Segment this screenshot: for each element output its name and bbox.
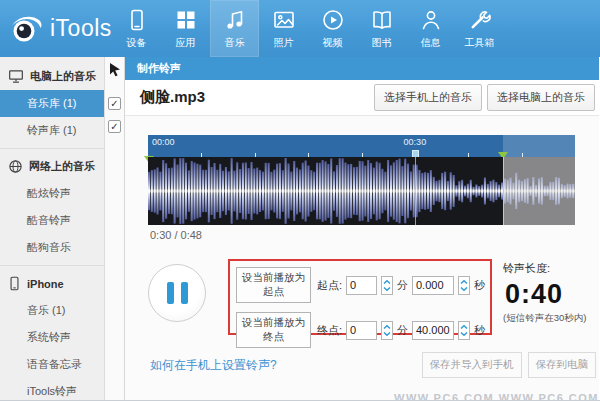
end-sec-spinner[interactable] xyxy=(458,321,470,340)
start-label: 起点: xyxy=(317,278,342,293)
sidebar-section-pc-music: 电脑上的音乐音乐库 (1)铃声库 (1) xyxy=(0,59,104,144)
minute-unit: 分 xyxy=(397,323,408,338)
minute-unit: 分 xyxy=(397,278,408,293)
start-sec-input[interactable] xyxy=(412,276,454,295)
ringtone-length-value: 0:40 xyxy=(505,279,598,310)
save-to-phone-button[interactable]: 保存并导入到手机 xyxy=(422,352,522,378)
help-link[interactable]: 如何在手机上设置铃声? xyxy=(150,357,277,374)
apps-icon xyxy=(174,7,198,33)
video-icon xyxy=(321,7,345,33)
waveform-plot[interactable] xyxy=(148,157,575,225)
nav-item-info[interactable]: 信息 xyxy=(406,0,455,57)
waveform-timeline[interactable]: 00:00 00:30 xyxy=(148,135,575,157)
sidebar-section-web-music: 网络上的音乐酷炫铃声酷音铃声酷狗音乐 xyxy=(0,148,104,261)
sidebar-header-pc-music[interactable]: 电脑上的音乐 xyxy=(0,63,104,90)
sidebar-item-ringtone-lib[interactable]: 铃声库 (1) xyxy=(0,117,104,144)
ringtone-lib-checkbox[interactable]: ✓ xyxy=(108,120,121,133)
waveform-editor[interactable]: 00:00 00:30 xyxy=(148,135,575,225)
sidebar-item-iphone-music[interactable]: 音乐 (1) xyxy=(0,297,104,324)
nav-item-photos[interactable]: 照片 xyxy=(259,0,308,57)
second-unit: 秒 xyxy=(474,323,485,338)
start-point-row: 设当前播放为起点 起点: 分 秒 xyxy=(236,267,485,303)
pause-button[interactable] xyxy=(148,264,206,322)
ringtone-length-note: (短信铃声在30秒内) xyxy=(503,312,598,325)
book-icon xyxy=(370,7,394,33)
sidebar-item-itools-ringtone[interactable]: iTools铃声 xyxy=(0,378,104,401)
itools-window: iTools 设备 应用 音乐 照片 视频 图书 信息 工具箱 xyxy=(0,0,600,401)
cursor-arrow-icon[interactable] xyxy=(108,62,122,77)
sidebar-item-music-lib[interactable]: 音乐库 (1) xyxy=(0,90,104,117)
tab-make-ringtone[interactable]: 制作铃声 xyxy=(125,57,193,80)
start-sec-spinner[interactable] xyxy=(458,276,470,295)
choose-phone-music-button[interactable]: 选择手机上的音乐 xyxy=(374,84,482,111)
sidebar-item-system-ringtone[interactable]: 系统铃声 xyxy=(0,324,104,351)
sidebar-strip: ✓ ✓ xyxy=(105,57,125,401)
start-min-spinner[interactable] xyxy=(381,276,393,295)
pause-icon xyxy=(181,282,188,304)
photo-icon xyxy=(272,7,296,33)
start-min-input[interactable] xyxy=(346,276,377,295)
nav-item-device[interactable]: 设备 xyxy=(112,0,161,57)
watermark: WWW.PC6.COM WWW.PC6.COM xyxy=(394,392,599,401)
playhead-line xyxy=(415,157,416,225)
sidebar: 电脑上的音乐音乐库 (1)铃声库 (1) 网络上的音乐酷炫铃声酷音铃声酷狗音乐 … xyxy=(0,57,105,401)
nav-item-books[interactable]: 图书 xyxy=(357,0,406,57)
trim-settings-box: 设当前播放为起点 起点: 分 秒 xyxy=(228,259,492,335)
ringtone-length-label: 铃声长度: xyxy=(503,261,598,276)
sidebar-item-kuyin-ringtone[interactable]: 酷音铃声 xyxy=(0,207,104,234)
set-end-button[interactable]: 设当前播放为终点 xyxy=(236,312,311,348)
end-point-row: 设当前播放为终点 终点: 分 秒 xyxy=(236,312,485,348)
window-body: 电脑上的音乐音乐库 (1)铃声库 (1) 网络上的音乐酷炫铃声酷音铃声酷狗音乐 … xyxy=(0,57,600,401)
ringtone-length-panel: 铃声长度: 0:40 (短信铃声在30秒内) xyxy=(503,259,598,325)
music-lib-checkbox[interactable]: ✓ xyxy=(108,97,121,110)
file-header: 侧脸.mp3 选择手机上的音乐 选择电脑上的音乐 xyxy=(125,80,599,116)
end-min-input[interactable] xyxy=(346,321,377,340)
nav-item-music[interactable]: 音乐 xyxy=(210,0,259,57)
monitor-icon xyxy=(8,69,24,84)
globe-icon xyxy=(8,159,23,174)
person-icon xyxy=(419,7,443,33)
itools-logo: iTools xyxy=(0,11,112,47)
sidebar-item-voice-memos[interactable]: 语音备忘录 xyxy=(0,351,104,378)
nav-item-toolbox[interactable]: 工具箱 xyxy=(455,0,504,57)
end-min-spinner[interactable] xyxy=(381,321,393,340)
pause-icon xyxy=(167,282,174,304)
end-label: 终点: xyxy=(317,323,342,338)
tab-bar: 制作铃声 xyxy=(125,57,599,80)
ringtone-maker-panel: 制作铃声 侧脸.mp3 选择手机上的音乐 选择电脑上的音乐 00:00 00:3… xyxy=(125,57,599,401)
footer-row: 如何在手机上设置铃声? 保存并导入到手机 保存到电脑 xyxy=(150,352,596,378)
logo-text: iTools xyxy=(50,15,112,42)
end-sec-input[interactable] xyxy=(412,321,454,340)
editor-content: 00:00 00:30 xyxy=(125,116,599,401)
music-icon xyxy=(223,7,247,33)
choose-pc-music-button[interactable]: 选择电脑上的音乐 xyxy=(487,84,595,111)
nav-item-videos[interactable]: 视频 xyxy=(308,0,357,57)
sidebar-item-kuxuan-ringtone[interactable]: 酷炫铃声 xyxy=(0,180,104,207)
timeline-dim-overlay xyxy=(503,135,575,157)
time-label-start: 00:00 xyxy=(152,137,175,147)
second-unit: 秒 xyxy=(474,278,485,293)
save-to-pc-button[interactable]: 保存到电脑 xyxy=(528,352,597,378)
iphone-icon xyxy=(8,276,21,291)
sidebar-header-web-music[interactable]: 网络上的音乐 xyxy=(0,153,104,180)
sidebar-header-iphone[interactable]: iPhone xyxy=(0,270,104,297)
device-icon xyxy=(125,7,149,33)
wrench-icon xyxy=(468,7,492,33)
set-start-button[interactable]: 设当前播放为起点 xyxy=(236,267,311,303)
itools-logo-icon xyxy=(8,11,44,47)
top-nav: iTools 设备 应用 音乐 照片 视频 图书 信息 工具箱 xyxy=(0,0,600,57)
nav-tabs: 设备 应用 音乐 照片 视频 图书 信息 工具箱 xyxy=(112,0,504,57)
time-label-playhead: 00:30 xyxy=(404,137,427,147)
sidebar-item-kugou-music[interactable]: 酷狗音乐 xyxy=(0,234,104,261)
playback-position: 0:30 / 0:48 xyxy=(150,229,202,241)
file-name: 侧脸.mp3 xyxy=(140,88,205,107)
sidebar-section-iphone: iPhone音乐 (1)系统铃声语音备忘录iTools铃声 xyxy=(0,265,104,401)
trim-controls-row: 设当前播放为起点 起点: 分 秒 xyxy=(148,259,599,335)
nav-item-apps[interactable]: 应用 xyxy=(161,0,210,57)
trimmed-region-overlay xyxy=(503,157,575,225)
